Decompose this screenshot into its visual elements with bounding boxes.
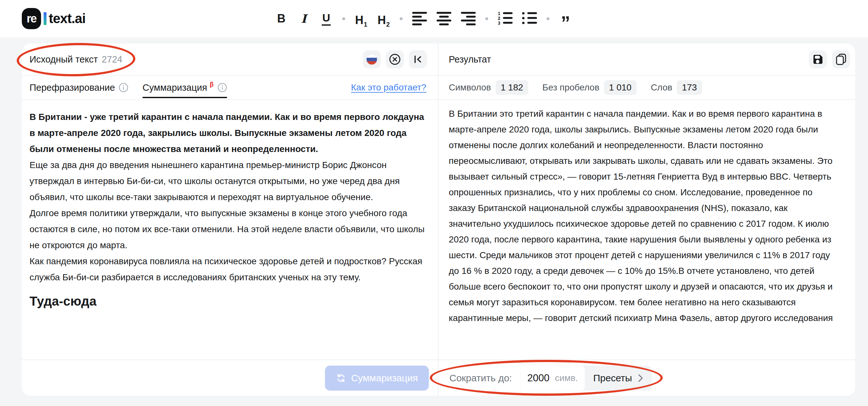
source-panel-title: Исходный текст bbox=[30, 54, 98, 65]
collapse-panel-button[interactable] bbox=[409, 50, 427, 68]
stat-words-value: 173 bbox=[677, 80, 702, 95]
app-header: re text.ai B I U H1 H2 123 ” bbox=[0, 0, 868, 37]
toolbar-separator-dot bbox=[485, 17, 488, 20]
source-paragraph: Долгое время политики утверждали, что вы… bbox=[30, 205, 429, 253]
tabs-row: Перефразирование Суммаризация β Как это … bbox=[22, 76, 438, 100]
source-paragraph: В Британии - уже третий карантин с начал… bbox=[30, 109, 429, 157]
bullet-list-icon bbox=[522, 11, 537, 26]
logo-re-box: re bbox=[22, 8, 41, 29]
underline-glyph: U bbox=[322, 11, 331, 26]
info-icon bbox=[119, 83, 128, 92]
result-panel-footer: Сократить до: симв. Пресеты bbox=[438, 360, 855, 396]
result-panel: Результат Символов 1 182 bbox=[438, 43, 855, 396]
align-left-icon bbox=[412, 12, 427, 25]
stat-no-spaces-label: Без пробелов bbox=[542, 83, 599, 93]
source-paragraph: Как пандемия коронавируса повлияла на пс… bbox=[30, 253, 429, 285]
toolbar-separator-dot bbox=[400, 17, 403, 20]
h2-glyph: H bbox=[377, 13, 386, 27]
tab-summarize-label: Суммаризация bbox=[143, 83, 207, 93]
shorten-value-input[interactable] bbox=[527, 372, 555, 384]
shorten-input-box[interactable]: симв. bbox=[520, 366, 585, 391]
stat-no-spaces-value: 1 010 bbox=[604, 80, 637, 95]
tab-paraphrase-label: Перефразирование bbox=[30, 83, 115, 93]
save-floppy-icon bbox=[811, 53, 825, 66]
beta-badge: β bbox=[210, 81, 214, 88]
svg-text:1: 1 bbox=[498, 11, 500, 16]
h1-sub: 1 bbox=[364, 21, 367, 28]
italic-button[interactable]: I bbox=[297, 10, 310, 27]
tab-summarize[interactable]: Суммаризация β bbox=[143, 76, 227, 99]
tab-paraphrase[interactable]: Перефразирование bbox=[30, 76, 128, 99]
stat-words-label: Слов bbox=[651, 83, 672, 93]
chevron-right-icon bbox=[638, 374, 644, 383]
result-text[interactable]: В Британии это третий карантин с начала … bbox=[438, 100, 855, 360]
russian-flag-icon bbox=[365, 53, 378, 66]
source-panel: Исходный текст 2724 bbox=[22, 43, 438, 396]
align-right-button[interactable] bbox=[461, 10, 476, 27]
source-section-heading: Туда-сюда bbox=[30, 294, 429, 309]
summarize-button-label: Суммаризация bbox=[351, 373, 418, 383]
copy-icon bbox=[835, 53, 847, 66]
shorten-unit-label: симв. bbox=[555, 373, 578, 383]
format-toolbar: B I U H1 H2 123 ” bbox=[275, 10, 572, 27]
heading2-button[interactable]: H2 bbox=[377, 10, 390, 27]
stats-row: Символов 1 182 Без пробелов 1 010 Слов 1… bbox=[438, 76, 855, 100]
presets-button[interactable]: Пресеты bbox=[585, 373, 652, 383]
stat-characters: Символов 1 182 bbox=[449, 80, 528, 95]
svg-text:3: 3 bbox=[498, 21, 500, 26]
h1-glyph: H bbox=[355, 13, 364, 27]
align-left-button[interactable] bbox=[412, 10, 427, 27]
refresh-icon bbox=[336, 373, 346, 383]
summarize-button[interactable]: Суммаризация bbox=[325, 366, 429, 391]
save-button[interactable] bbox=[809, 50, 827, 68]
close-circle-icon bbox=[389, 53, 401, 66]
copy-button[interactable] bbox=[832, 50, 850, 68]
collapse-left-icon bbox=[411, 53, 424, 66]
stat-characters-label: Символов bbox=[449, 83, 491, 93]
align-right-icon bbox=[461, 12, 476, 25]
result-panel-title: Результат bbox=[449, 54, 491, 65]
underline-button[interactable]: U bbox=[320, 10, 333, 27]
align-center-button[interactable] bbox=[437, 10, 451, 27]
toolbar-separator-dot bbox=[547, 17, 550, 20]
editor-card: Исходный текст 2724 bbox=[22, 43, 855, 396]
shorten-to-label: Сократить до: bbox=[450, 373, 512, 383]
logo-gradient-bar bbox=[43, 12, 46, 25]
toolbar-separator-dot bbox=[342, 17, 345, 20]
result-panel-header: Результат bbox=[438, 43, 855, 76]
source-text-editor[interactable]: В Британии - уже третий карантин с начал… bbox=[22, 100, 438, 360]
source-panel-header: Исходный текст 2724 bbox=[22, 43, 438, 76]
logo-wordmark: text.ai bbox=[49, 11, 85, 26]
source-paragraph: Еще за два дня до введения нынешнего кар… bbox=[30, 157, 429, 205]
bold-button[interactable]: B bbox=[275, 10, 288, 27]
bullet-list-button[interactable] bbox=[522, 10, 537, 27]
source-panel-footer: Суммаризация bbox=[22, 360, 438, 396]
ordered-list-icon: 123 bbox=[498, 11, 513, 26]
heading1-button[interactable]: H1 bbox=[355, 10, 368, 27]
shorten-controls: симв. Пресеты bbox=[520, 366, 652, 391]
stat-no-spaces: Без пробелов 1 010 bbox=[542, 80, 637, 95]
align-center-icon bbox=[437, 12, 451, 25]
presets-label: Пресеты bbox=[593, 373, 632, 383]
ordered-list-button[interactable]: 123 bbox=[498, 10, 513, 27]
clear-text-button[interactable] bbox=[386, 50, 404, 68]
stat-words: Слов 173 bbox=[651, 80, 702, 95]
how-it-works-link[interactable]: Как это работает? bbox=[351, 83, 426, 93]
info-icon bbox=[217, 83, 227, 92]
retext-logo[interactable]: re text.ai bbox=[22, 8, 85, 29]
h2-sub: 2 bbox=[386, 21, 390, 28]
source-char-count: 2724 bbox=[102, 54, 123, 65]
stat-characters-value: 1 182 bbox=[496, 80, 528, 95]
svg-text:2: 2 bbox=[498, 16, 500, 21]
logo-re-text: re bbox=[27, 12, 36, 25]
blockquote-button[interactable]: ” bbox=[559, 10, 572, 27]
language-flag-button[interactable] bbox=[363, 50, 381, 68]
